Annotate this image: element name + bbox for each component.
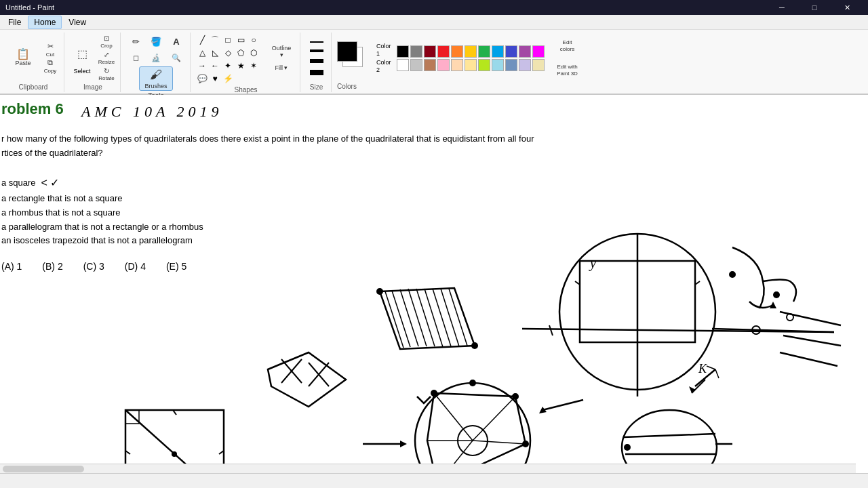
svg-point-56 bbox=[512, 393, 519, 400]
shape-right-triangle[interactable]: ◺ bbox=[209, 47, 221, 59]
zoom-button[interactable]: 🔍 bbox=[167, 50, 186, 65]
swatch-lightblue[interactable] bbox=[492, 45, 504, 58]
maximize-button[interactable]: □ bbox=[799, 0, 830, 15]
minimize-button[interactable]: ─ bbox=[766, 0, 797, 15]
swatch-pink[interactable] bbox=[437, 59, 450, 71]
swatch-green[interactable] bbox=[478, 45, 490, 58]
svg-marker-66 bbox=[689, 386, 696, 393]
clipboard-label: Clipboard bbox=[19, 82, 48, 91]
image-group: ⬚ Select ⊡ Crop ⤢ Resize ↻ Rotate Image bbox=[66, 33, 121, 92]
shape-heart[interactable]: ♥ bbox=[209, 73, 221, 85]
shape-arrow-left[interactable]: ← bbox=[209, 60, 221, 72]
svg-line-46 bbox=[434, 393, 473, 441]
swatch-skyblue[interactable] bbox=[492, 59, 504, 71]
swatch-lavender[interactable] bbox=[519, 59, 531, 71]
shape-4point[interactable]: ✦ bbox=[222, 60, 234, 72]
fill-shape-button[interactable]: Fill ▾ bbox=[272, 60, 291, 75]
swatch-purple[interactable] bbox=[519, 45, 531, 58]
circle-cross-diagram: y bbox=[522, 234, 834, 396]
scrollbar-thumb[interactable] bbox=[3, 466, 84, 472]
color-row-2 bbox=[397, 59, 545, 71]
eyedropper-button[interactable]: 🔬 bbox=[146, 50, 165, 65]
swatch-peach[interactable] bbox=[451, 59, 463, 71]
shape-rect[interactable]: □ bbox=[222, 34, 234, 46]
fill-button[interactable]: 🪣 bbox=[146, 34, 165, 49]
horizontal-scrollbar[interactable] bbox=[0, 464, 856, 473]
close-button[interactable]: ✕ bbox=[831, 0, 863, 15]
shape-line[interactable]: ╱ bbox=[196, 34, 208, 46]
swatch-red[interactable] bbox=[437, 45, 450, 58]
size-1-button[interactable] bbox=[308, 39, 326, 45]
color1-label: Color bbox=[376, 43, 391, 49]
shape-hexagon[interactable]: ⬡ bbox=[248, 47, 260, 59]
size-3-button[interactable] bbox=[308, 57, 326, 65]
clipboard-group: 📋 Paste ✂ Cut ⧉ Copy Clipboard bbox=[3, 33, 64, 92]
color1-display[interactable] bbox=[337, 41, 357, 62]
svg-point-43 bbox=[415, 383, 530, 473]
shape-curve[interactable]: ⌒ bbox=[209, 34, 221, 46]
shape-arrow-right[interactable]: → bbox=[196, 60, 208, 72]
edit-colors-button[interactable]: Editcolors bbox=[550, 35, 585, 57]
cut-button[interactable]: ✂ Cut bbox=[41, 43, 60, 58]
shape-6point[interactable]: ✶ bbox=[248, 60, 260, 72]
menubar: File Home View bbox=[0, 15, 868, 30]
svg-line-20 bbox=[173, 410, 176, 415]
text-button[interactable]: A bbox=[167, 34, 186, 49]
shapes-group: ╱ ⌒ □ ▭ ○ △ ◺ ◇ ⬠ ⬡ → ← ✦ ★ ✶ 💬 ♥ bbox=[192, 33, 300, 92]
rotate-button[interactable]: ↻ Rotate bbox=[97, 67, 116, 82]
answer-e: (E) 5 bbox=[166, 261, 186, 272]
shape-lightning[interactable]: ⚡ bbox=[222, 73, 234, 85]
crop-button[interactable]: ⊡ Crop bbox=[97, 35, 116, 49]
shape-ellipse[interactable]: ○ bbox=[248, 34, 260, 46]
svg-line-32 bbox=[707, 366, 715, 369]
svg-line-4 bbox=[408, 289, 427, 346]
brushes-button[interactable]: 🖌 Brushes bbox=[139, 66, 173, 91]
menu-view[interactable]: View bbox=[63, 16, 92, 28]
svg-line-16 bbox=[309, 363, 329, 386]
swatch-steelblue[interactable] bbox=[505, 59, 517, 71]
swatch-black[interactable] bbox=[397, 45, 409, 58]
resize-button[interactable]: ⤢ Resize bbox=[97, 51, 116, 66]
swatch-cream[interactable] bbox=[532, 59, 545, 71]
right-extensions bbox=[780, 312, 841, 366]
shape-5point[interactable]: ★ bbox=[235, 60, 247, 72]
edit-paint3d-button[interactable]: Edit withPaint 3D bbox=[550, 60, 585, 81]
size-2-button[interactable] bbox=[308, 47, 326, 54]
menu-file[interactable]: File bbox=[3, 16, 26, 28]
swatch-orange[interactable] bbox=[451, 45, 463, 58]
statusbar bbox=[0, 473, 868, 488]
swatch-magenta[interactable] bbox=[532, 45, 545, 58]
swatch-yellow[interactable] bbox=[465, 45, 477, 58]
size-4-button[interactable] bbox=[308, 68, 326, 77]
swatch-darkred[interactable] bbox=[424, 45, 436, 58]
eraser-button[interactable]: ◻ bbox=[126, 50, 145, 65]
color1-num: 1 bbox=[376, 50, 391, 57]
shape-callout[interactable]: 💬 bbox=[196, 73, 208, 85]
shape-triangle[interactable]: △ bbox=[196, 47, 208, 59]
paste-button[interactable]: 📋 Paste bbox=[7, 38, 39, 79]
swatch-blue[interactable] bbox=[505, 45, 517, 58]
outline-button[interactable]: Outline ▾ bbox=[272, 44, 291, 59]
swatch-brown[interactable] bbox=[424, 59, 436, 71]
shape-rounded-rect[interactable]: ▭ bbox=[235, 34, 247, 46]
svg-line-13 bbox=[281, 359, 302, 383]
svg-line-48 bbox=[473, 441, 526, 444]
svg-marker-38 bbox=[770, 302, 776, 308]
k-arrow-label: K bbox=[689, 362, 707, 393]
shape-pentagon[interactable]: ⬠ bbox=[235, 47, 247, 59]
select-button[interactable]: ⬚ bbox=[70, 42, 94, 66]
svg-line-3 bbox=[400, 289, 418, 346]
swatch-lightgray[interactable] bbox=[410, 59, 422, 71]
shape-diamond[interactable]: ◇ bbox=[222, 47, 234, 59]
tools-group: ✏ 🪣 A ◻ 🔬 🔍 bbox=[122, 33, 191, 92]
canvas-area[interactable]: roblem 6 AMC 10A 2019 r how many of the … bbox=[0, 95, 868, 473]
svg-point-64 bbox=[624, 444, 631, 451]
swatch-gray[interactable] bbox=[410, 45, 422, 58]
menu-home[interactable]: Home bbox=[28, 16, 62, 29]
swatch-white[interactable] bbox=[397, 59, 409, 71]
pencil-button[interactable]: ✏ bbox=[126, 34, 145, 49]
swatch-lightyellow[interactable] bbox=[465, 59, 477, 71]
copy-button[interactable]: ⧉ Copy bbox=[41, 59, 60, 74]
svg-point-42 bbox=[787, 314, 793, 321]
swatch-lime[interactable] bbox=[478, 59, 490, 71]
